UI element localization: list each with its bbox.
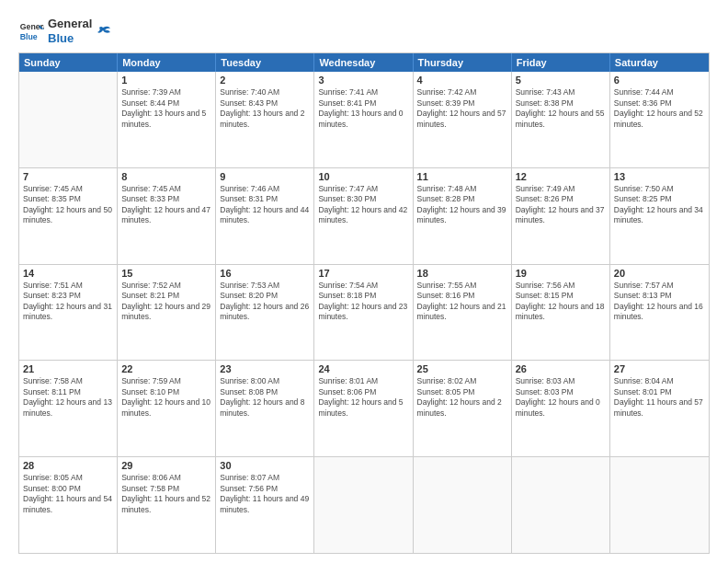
day-cell-22: 22Sunrise: 7:59 AMSunset: 8:10 PMDayligh… [118,361,216,456]
day-info: Sunrise: 7:57 AMSunset: 8:13 PMDaylight:… [614,281,705,323]
empty-cell [414,457,512,553]
day-info: Sunrise: 8:07 AMSunset: 7:56 PMDaylight:… [220,473,310,515]
day-info: Sunrise: 7:53 AMSunset: 8:20 PMDaylight:… [220,281,310,323]
day-info: Sunrise: 8:05 AMSunset: 8:00 PMDaylight:… [23,473,113,515]
day-number: 26 [516,363,606,374]
day-number: 12 [516,171,606,182]
day-number: 3 [318,75,408,86]
day-cell-23: 23Sunrise: 8:00 AMSunset: 8:08 PMDayligh… [216,361,314,456]
day-info: Sunrise: 7:52 AMSunset: 8:21 PMDaylight:… [121,281,211,323]
day-cell-4: 4Sunrise: 7:42 AMSunset: 8:39 PMDaylight… [414,72,512,167]
day-info: Sunrise: 7:42 AMSunset: 8:39 PMDaylight:… [417,87,507,130]
day-cell-6: 6Sunrise: 7:44 AMSunset: 8:36 PMDaylight… [610,72,709,167]
day-cell-16: 16Sunrise: 7:53 AMSunset: 8:20 PMDayligh… [216,265,314,361]
logo-general: General [48,17,92,31]
calendar-header: SundayMondayTuesdayWednesdayThursdayFrid… [19,53,709,72]
day-info: Sunrise: 7:48 AMSunset: 8:28 PMDaylight:… [417,184,507,226]
calendar: SundayMondayTuesdayWednesdayThursdayFrid… [18,52,710,554]
day-info: Sunrise: 7:54 AMSunset: 8:18 PMDaylight:… [318,281,408,323]
day-info: Sunrise: 7:46 AMSunset: 8:31 PMDaylight:… [220,184,310,226]
day-info: Sunrise: 8:00 AMSunset: 8:08 PMDaylight:… [220,376,310,419]
day-number: 22 [121,363,211,374]
day-cell-25: 25Sunrise: 8:02 AMSunset: 8:05 PMDayligh… [414,361,512,456]
day-cell-3: 3Sunrise: 7:41 AMSunset: 8:41 PMDaylight… [314,72,413,167]
day-cell-24: 24Sunrise: 8:01 AMSunset: 8:06 PMDayligh… [314,361,413,456]
day-cell-2: 2Sunrise: 7:40 AMSunset: 8:43 PMDaylight… [216,72,314,167]
day-number: 21 [23,363,113,374]
calendar-page: General Blue General Blue SundayMondayTu… [0,0,728,563]
day-number: 7 [23,171,113,182]
logo: General Blue General Blue [18,17,112,45]
day-number: 20 [614,268,705,279]
day-number: 25 [417,363,507,374]
day-info: Sunrise: 7:55 AMSunset: 8:16 PMDaylight:… [417,281,507,323]
day-number: 6 [614,75,705,86]
empty-cell [610,457,709,553]
header-day-thursday: Thursday [414,53,512,72]
day-cell-14: 14Sunrise: 7:51 AMSunset: 8:23 PMDayligh… [19,265,118,361]
header-day-saturday: Saturday [610,53,709,72]
day-number: 15 [121,268,211,279]
day-number: 19 [516,268,606,279]
header-day-friday: Friday [512,53,610,72]
header-day-wednesday: Wednesday [314,53,413,72]
day-number: 27 [614,363,705,374]
header-day-tuesday: Tuesday [216,53,314,72]
day-info: Sunrise: 7:58 AMSunset: 8:11 PMDaylight:… [23,376,113,419]
calendar-week-2: 7Sunrise: 7:45 AMSunset: 8:35 PMDaylight… [19,167,709,264]
svg-text:Blue: Blue [20,31,38,40]
logo-bird-icon [96,23,112,40]
day-cell-20: 20Sunrise: 7:57 AMSunset: 8:13 PMDayligh… [610,265,709,361]
day-info: Sunrise: 7:45 AMSunset: 8:33 PMDaylight:… [121,184,211,226]
day-number: 29 [121,460,211,471]
calendar-week-3: 14Sunrise: 7:51 AMSunset: 8:23 PMDayligh… [19,264,709,361]
day-number: 5 [516,75,606,86]
day-info: Sunrise: 7:51 AMSunset: 8:23 PMDaylight:… [23,281,113,323]
day-number: 17 [318,268,408,279]
day-cell-30: 30Sunrise: 8:07 AMSunset: 7:56 PMDayligh… [216,457,314,553]
day-cell-1: 1Sunrise: 7:39 AMSunset: 8:44 PMDaylight… [118,72,216,167]
day-cell-17: 17Sunrise: 7:54 AMSunset: 8:18 PMDayligh… [314,265,413,361]
day-number: 18 [417,268,507,279]
day-cell-28: 28Sunrise: 8:05 AMSunset: 8:00 PMDayligh… [19,457,118,553]
day-info: Sunrise: 7:59 AMSunset: 8:10 PMDaylight:… [121,376,211,419]
day-cell-5: 5Sunrise: 7:43 AMSunset: 8:38 PMDaylight… [512,72,610,167]
day-cell-18: 18Sunrise: 7:55 AMSunset: 8:16 PMDayligh… [414,265,512,361]
day-cell-29: 29Sunrise: 8:06 AMSunset: 7:58 PMDayligh… [118,457,216,553]
day-info: Sunrise: 7:41 AMSunset: 8:41 PMDaylight:… [318,87,408,130]
day-cell-11: 11Sunrise: 7:48 AMSunset: 8:28 PMDayligh… [414,168,512,264]
page-header: General Blue General Blue [18,17,710,45]
day-number: 28 [23,460,113,471]
day-info: Sunrise: 7:50 AMSunset: 8:25 PMDaylight:… [614,184,705,226]
logo-blue: Blue [48,31,92,46]
day-cell-13: 13Sunrise: 7:50 AMSunset: 8:25 PMDayligh… [610,168,709,264]
empty-cell [512,457,610,553]
day-info: Sunrise: 8:02 AMSunset: 8:05 PMDaylight:… [417,376,507,419]
empty-cell [314,457,413,553]
day-cell-8: 8Sunrise: 7:45 AMSunset: 8:33 PMDaylight… [118,168,216,264]
day-number: 10 [318,171,408,182]
day-number: 1 [121,75,211,86]
day-number: 9 [220,171,310,182]
day-info: Sunrise: 8:06 AMSunset: 7:58 PMDaylight:… [121,473,211,515]
day-cell-27: 27Sunrise: 8:04 AMSunset: 8:01 PMDayligh… [610,361,709,456]
day-number: 30 [220,460,310,471]
header-day-sunday: Sunday [19,53,118,72]
calendar-body: 1Sunrise: 7:39 AMSunset: 8:44 PMDaylight… [19,72,709,553]
day-info: Sunrise: 7:44 AMSunset: 8:36 PMDaylight:… [614,87,705,130]
logo-icon: General Blue [18,18,44,44]
day-cell-21: 21Sunrise: 7:58 AMSunset: 8:11 PMDayligh… [19,361,118,456]
day-cell-15: 15Sunrise: 7:52 AMSunset: 8:21 PMDayligh… [118,265,216,361]
day-number: 14 [23,268,113,279]
day-cell-19: 19Sunrise: 7:56 AMSunset: 8:15 PMDayligh… [512,265,610,361]
day-cell-12: 12Sunrise: 7:49 AMSunset: 8:26 PMDayligh… [512,168,610,264]
day-number: 2 [220,75,310,86]
day-cell-7: 7Sunrise: 7:45 AMSunset: 8:35 PMDaylight… [19,168,118,264]
calendar-week-5: 28Sunrise: 8:05 AMSunset: 8:00 PMDayligh… [19,456,709,553]
day-info: Sunrise: 7:56 AMSunset: 8:15 PMDaylight:… [516,281,606,323]
day-number: 24 [318,363,408,374]
day-info: Sunrise: 7:49 AMSunset: 8:26 PMDaylight:… [516,184,606,226]
day-cell-10: 10Sunrise: 7:47 AMSunset: 8:30 PMDayligh… [314,168,413,264]
day-info: Sunrise: 8:03 AMSunset: 8:03 PMDaylight:… [516,376,606,419]
empty-cell [19,72,118,167]
